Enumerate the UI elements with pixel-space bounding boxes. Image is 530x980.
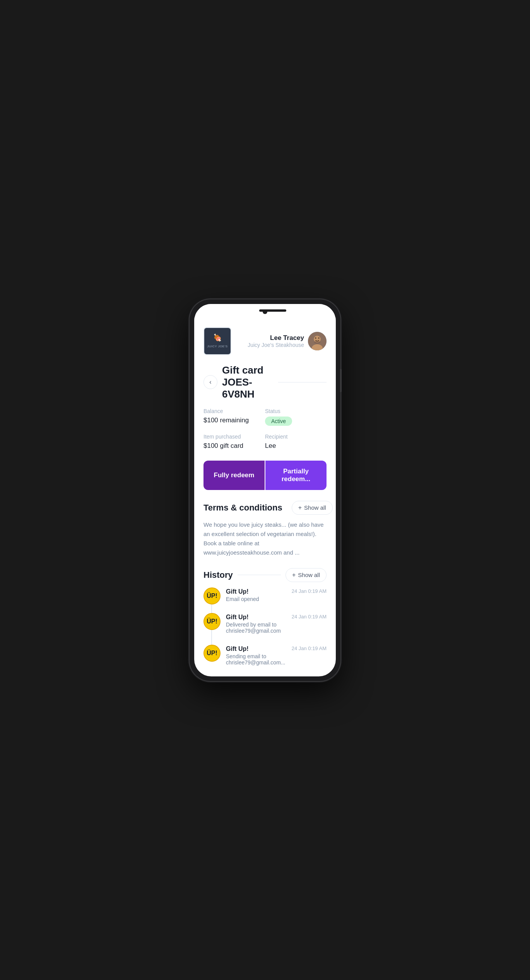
history-list: ÜP! Gift Up! 24 Jan 0:19 AM Email opened…	[194, 587, 336, 675]
terms-show-all-label: Show all	[304, 504, 326, 511]
history-description: Email opened	[226, 596, 327, 602]
history-item-top: Gift Up! 24 Jan 0:19 AM	[226, 614, 327, 621]
balance-label: Balance	[203, 408, 265, 414]
history-plus-icon: +	[292, 572, 296, 579]
giftup-logo-text: ÜP!	[207, 618, 217, 625]
giftup-logo: ÜP!	[203, 587, 221, 604]
item-section: Item purchased $100 gift card	[203, 434, 265, 450]
svg-point-4	[318, 337, 320, 338]
avatar[interactable]	[308, 332, 327, 350]
phone-screen: 🍖 Juicy Joe's Lee Tracey Juicy Joe's Ste…	[194, 304, 336, 676]
item-value: $100 gift card	[203, 442, 265, 450]
history-source: Gift Up!	[226, 645, 249, 652]
history-item: ÜP! Gift Up! 24 Jan 0:19 AM Delivered by…	[203, 613, 327, 643]
history-title: History	[203, 570, 233, 580]
giftup-logo-text: ÜP!	[207, 592, 217, 599]
history-item-content: Gift Up! 24 Jan 0:19 AM Email opened	[226, 587, 327, 611]
restaurant-name: Juicy Joe's Steakhouse	[248, 342, 304, 348]
status-badge: Active	[265, 417, 292, 426]
user-info-area: Lee Tracey Juicy Joe's Steakhouse	[248, 332, 327, 350]
title-divider	[278, 382, 327, 382]
back-arrow-icon: ‹	[209, 379, 211, 386]
history-time: 24 Jan 0:19 AM	[292, 614, 327, 620]
info-grid: Balance $100 remaining Status Active Ite…	[194, 408, 336, 459]
app-header: 🍖 Juicy Joe's Lee Tracey Juicy Joe's Ste…	[194, 323, 336, 361]
volume-button	[340, 369, 342, 392]
history-item-top: Gift Up! 24 Jan 0:19 AM	[226, 645, 327, 652]
item-label: Item purchased	[203, 434, 265, 440]
terms-show-all-button[interactable]: + Show all	[292, 501, 333, 515]
terms-section-header: Terms & conditions + Show all	[194, 501, 336, 520]
history-time: 24 Jan 0:19 AM	[292, 645, 327, 651]
user-name: Lee Tracey	[248, 334, 304, 342]
history-source: Gift Up!	[226, 614, 249, 621]
action-buttons: Fully redeem Partially redeem...	[203, 461, 327, 490]
back-button[interactable]: ‹	[203, 375, 217, 389]
balance-value: $100 remaining	[203, 417, 265, 424]
history-item: ÜP! Gift Up! 24 Jan 0:19 AM Email opened	[203, 587, 327, 611]
terms-text: We hope you love juicy steaks... (we als…	[194, 520, 336, 568]
terms-title: Terms & conditions	[203, 503, 282, 513]
history-time: 24 Jan 0:19 AM	[292, 588, 327, 594]
status-bar	[194, 304, 336, 323]
restaurant-logo: 🍖 Juicy Joe's	[203, 327, 231, 355]
history-description: Sending email to chrislee79@gmail.com...	[226, 653, 327, 666]
connector-line	[211, 630, 212, 645]
svg-point-5	[314, 341, 320, 344]
history-source: Gift Up!	[226, 588, 249, 595]
history-item: ÜP! Gift Up! 24 Jan 0:19 AM Sending emai…	[203, 645, 327, 675]
history-item-content: Gift Up! 24 Jan 0:19 AM Sending email to…	[226, 645, 327, 675]
logo-text: Juicy Joe's	[207, 345, 227, 348]
giftup-logo: ÜP!	[203, 613, 221, 630]
history-item-content: Gift Up! 24 Jan 0:19 AM Delivered by ema…	[226, 613, 327, 643]
history-divider	[238, 575, 281, 575]
speaker-notch	[259, 309, 286, 312]
recipient-value: Lee	[265, 442, 327, 450]
fully-redeem-button[interactable]: Fully redeem	[203, 461, 265, 490]
title-row: ‹ Gift card JOES-6V8NH	[194, 361, 336, 408]
giftup-logo: ÜP!	[203, 645, 221, 662]
user-details: Lee Tracey Juicy Joe's Steakhouse	[248, 334, 304, 348]
partially-redeem-button[interactable]: Partially redeem...	[265, 461, 327, 490]
status-section: Status Active	[265, 408, 327, 426]
logo-icon: 🍖	[207, 333, 227, 342]
history-description: Delivered by email to chrislee79@gmail.c…	[226, 621, 327, 634]
recipient-section: Recipient Lee	[265, 434, 327, 450]
svg-point-3	[315, 337, 316, 338]
status-label: Status	[265, 408, 327, 414]
terms-plus-icon: +	[298, 504, 302, 511]
page-title: Gift card JOES-6V8NH	[222, 364, 270, 400]
phone-device: 🍖 Juicy Joe's Lee Tracey Juicy Joe's Ste…	[190, 299, 340, 681]
history-section-header: History + Show all	[194, 568, 336, 587]
history-show-all-label: Show all	[298, 572, 320, 578]
recipient-label: Recipient	[265, 434, 327, 440]
history-item-top: Gift Up! 24 Jan 0:19 AM	[226, 588, 327, 595]
giftup-logo-text: ÜP!	[207, 650, 217, 657]
history-show-all-button[interactable]: + Show all	[286, 568, 327, 582]
balance-section: Balance $100 remaining	[203, 408, 265, 426]
